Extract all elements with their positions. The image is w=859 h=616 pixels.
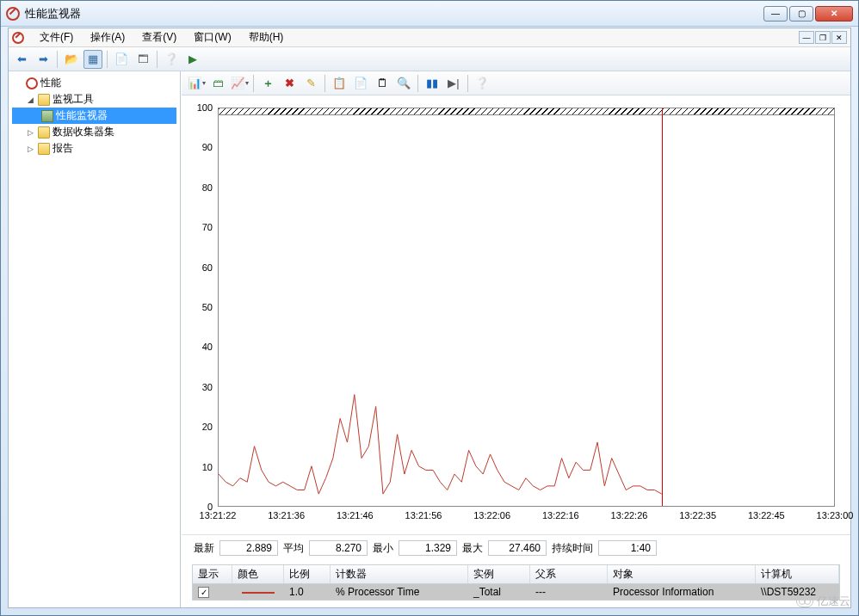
cell-instance: _Total bbox=[468, 584, 530, 600]
menu-help[interactable]: 帮助(H) bbox=[240, 28, 293, 46]
separator-icon bbox=[417, 75, 418, 92]
mdi-restore-button[interactable]: ❐ bbox=[815, 31, 831, 44]
cell-parent: --- bbox=[530, 584, 608, 600]
titlebar[interactable]: 性能监视器 ― ▢ ✕ bbox=[1, 1, 858, 27]
col-show[interactable]: 显示 bbox=[193, 565, 232, 583]
back-button[interactable]: ⬅ bbox=[12, 50, 31, 69]
cell-color bbox=[232, 584, 284, 600]
watermark-text: 亿速云 bbox=[817, 594, 850, 609]
min-label: 最小 bbox=[373, 541, 393, 556]
cell-object: Processor Information bbox=[608, 584, 756, 600]
view-log-data-button[interactable]: 📊 bbox=[187, 74, 206, 93]
plot-svg bbox=[219, 108, 834, 506]
expander-icon[interactable]: ▷ bbox=[26, 144, 35, 153]
add-counter-button[interactable]: ＋ bbox=[258, 74, 277, 93]
app-icon bbox=[6, 7, 20, 21]
help-button[interactable]: ❔ bbox=[473, 74, 491, 93]
zoom-button[interactable]: 🔍 bbox=[394, 74, 413, 93]
tree-label: 性能 bbox=[40, 76, 61, 90]
table-row[interactable]: ✓ 1.0 % Processor Time _Total --- Proces… bbox=[193, 584, 839, 600]
avg-label: 平均 bbox=[283, 541, 304, 556]
tree-monitoring-tools[interactable]: ◢ 监视工具 bbox=[12, 91, 176, 108]
max-value: 27.460 bbox=[488, 540, 547, 556]
cell-show[interactable]: ✓ bbox=[193, 584, 232, 600]
folder-icon bbox=[38, 94, 50, 106]
duration-value: 1:40 bbox=[598, 540, 657, 556]
separator-icon bbox=[107, 51, 108, 68]
nav-tree[interactable]: 性能 ◢ 监视工具 性能监视器 ▷ 数据收集器集 ▷ bbox=[9, 71, 181, 607]
highlight-button[interactable]: ✎ bbox=[301, 74, 320, 93]
latest-value: 2.889 bbox=[219, 540, 278, 556]
close-button[interactable]: ✕ bbox=[815, 6, 853, 22]
paste-button[interactable]: 📄 bbox=[351, 74, 370, 93]
separator-icon bbox=[253, 75, 254, 92]
col-computer[interactable]: 计算机 bbox=[756, 565, 839, 583]
view-current-button[interactable]: 🗃 bbox=[208, 74, 227, 93]
graph-toolbar: 📊 🗃 📈 ＋ ✖ ✎ 📋 📄 🗒 🔍 ▮▮ ▶| ❔ bbox=[182, 71, 850, 95]
cell-scale: 1.0 bbox=[284, 584, 331, 600]
folder-icon bbox=[38, 126, 50, 139]
tree-label: 性能监视器 bbox=[56, 108, 108, 123]
menu-action[interactable]: 操作(A) bbox=[82, 28, 133, 46]
expander-icon[interactable] bbox=[14, 78, 23, 88]
table-header[interactable]: 显示 颜色 比例 计数器 实例 父系 对象 计算机 bbox=[193, 565, 839, 584]
cell-counter: % Processor Time bbox=[331, 584, 468, 600]
open-button[interactable]: 📂 bbox=[62, 50, 81, 69]
color-swatch bbox=[242, 592, 275, 594]
expander-icon[interactable]: ◢ bbox=[26, 95, 35, 104]
properties-button[interactable]: 📄 bbox=[112, 50, 131, 69]
col-object[interactable]: 对象 bbox=[608, 565, 756, 583]
mdi-minimize-button[interactable]: ― bbox=[799, 31, 814, 44]
min-value: 1.329 bbox=[399, 540, 457, 556]
tree-label: 报告 bbox=[53, 141, 73, 156]
separator-icon bbox=[324, 75, 325, 92]
separator-icon bbox=[157, 51, 158, 68]
help-button[interactable]: ❔ bbox=[162, 50, 181, 69]
latest-label: 最新 bbox=[194, 541, 214, 556]
stats-row: 最新 2.889 平均 8.270 最小 1.329 最大 27.460 持续时… bbox=[182, 534, 850, 561]
run-button[interactable]: ▶ bbox=[183, 50, 202, 69]
menu-window[interactable]: 窗口(W) bbox=[185, 28, 239, 46]
chart-plot[interactable] bbox=[218, 108, 835, 507]
x-axis-labels: 13:21:2213:21:3613:21:4613:21:5613:22:06… bbox=[218, 510, 835, 524]
checkbox-icon[interactable]: ✓ bbox=[198, 587, 209, 598]
tree-reports[interactable]: ▷ 报告 bbox=[12, 140, 176, 157]
freeze-button[interactable]: ▮▮ bbox=[423, 74, 442, 93]
menubar: 文件(F) 操作(A) 查看(V) 窗口(W) 帮助(H) ― ❐ ✕ bbox=[9, 28, 850, 47]
col-scale[interactable]: 比例 bbox=[284, 565, 331, 583]
change-graph-type-button[interactable]: 📈 bbox=[230, 74, 249, 93]
col-counter[interactable]: 计数器 bbox=[331, 565, 468, 583]
update-button[interactable]: ▶| bbox=[444, 74, 463, 93]
properties-button[interactable]: 🗒 bbox=[373, 74, 392, 93]
col-instance[interactable]: 实例 bbox=[468, 565, 530, 583]
y-axis-labels: 0102030405060708090100 bbox=[182, 108, 216, 507]
export-button[interactable]: 🗔 bbox=[133, 50, 152, 69]
maximize-button[interactable]: ▢ bbox=[789, 6, 813, 22]
app-icon-small bbox=[12, 32, 24, 44]
counter-table[interactable]: 显示 颜色 比例 计数器 实例 父系 对象 计算机 ✓ 1.0 % Proces… bbox=[192, 564, 840, 601]
minimize-button[interactable]: ― bbox=[763, 6, 788, 22]
show-console-tree-button[interactable]: ▦ bbox=[83, 50, 102, 69]
chart-area[interactable]: 0102030405060708090100 13:21:2213:21:361… bbox=[182, 95, 850, 534]
main-toolbar: ⬅ ➡ 📂 ▦ 📄 🗔 ❔ ▶ bbox=[9, 47, 850, 71]
forward-button[interactable]: ➡ bbox=[34, 50, 53, 69]
menu-view[interactable]: 查看(V) bbox=[133, 28, 185, 46]
client-area: 文件(F) 操作(A) 查看(V) 窗口(W) 帮助(H) ― ❐ ✕ ⬅ ➡ … bbox=[8, 28, 851, 608]
mdi-close-button[interactable]: ✕ bbox=[831, 31, 847, 44]
menu-file[interactable]: 文件(F) bbox=[31, 28, 82, 46]
watermark: 亿速云 bbox=[796, 594, 850, 609]
tree-data-collector-sets[interactable]: ▷ 数据收集器集 bbox=[12, 124, 176, 140]
performance-icon bbox=[26, 77, 38, 89]
tree-root[interactable]: 性能 bbox=[12, 75, 176, 91]
time-cursor[interactable] bbox=[662, 108, 663, 506]
tree-performance-monitor[interactable]: 性能监视器 bbox=[12, 108, 176, 124]
expander-icon[interactable]: ▷ bbox=[26, 127, 35, 137]
col-parent[interactable]: 父系 bbox=[530, 565, 608, 583]
window-frame: 性能监视器 ― ▢ ✕ 文件(F) 操作(A) 查看(V) 窗口(W) 帮助(H… bbox=[0, 0, 859, 616]
col-color[interactable]: 颜色 bbox=[232, 565, 284, 583]
delete-counter-button[interactable]: ✖ bbox=[280, 74, 299, 93]
max-label: 最大 bbox=[462, 541, 483, 556]
separator-icon bbox=[467, 75, 468, 92]
copy-button[interactable]: 📋 bbox=[330, 74, 349, 93]
content-pane: 📊 🗃 📈 ＋ ✖ ✎ 📋 📄 🗒 🔍 ▮▮ ▶| ❔ bbox=[181, 71, 850, 607]
